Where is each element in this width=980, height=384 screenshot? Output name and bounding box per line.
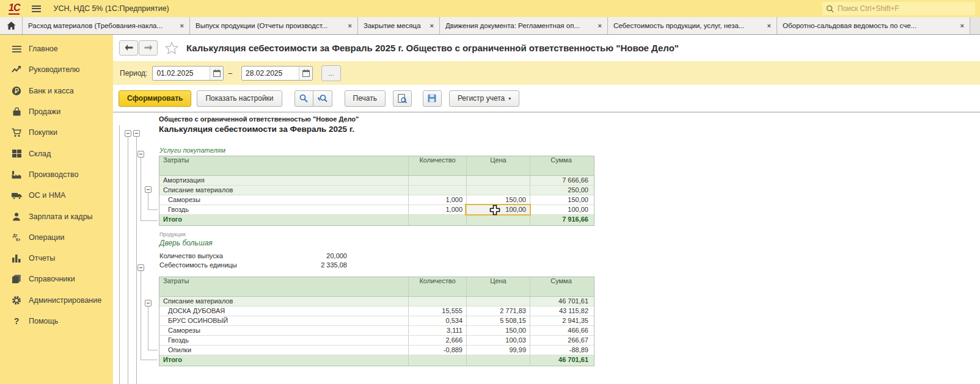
calendar-icon[interactable]	[299, 67, 312, 80]
table-header-row: Затраты Количество Цена Сумма	[159, 156, 594, 176]
table-row[interactable]: Саморезы 1,000 150,00 150,00	[159, 195, 594, 205]
group-tree-line	[148, 306, 148, 350]
trend-icon	[11, 64, 22, 75]
print-button[interactable]: Печать	[345, 90, 386, 107]
ruble-circle-icon	[11, 85, 22, 96]
print-preview-button[interactable]	[393, 90, 412, 107]
table-row[interactable]: Амортизация 7 666,66	[159, 176, 594, 186]
preview-icon	[398, 94, 407, 103]
period-from-field[interactable]	[152, 66, 224, 81]
sidebar-item-administrirovanie[interactable]: Администрирование	[0, 290, 113, 311]
find-button[interactable]	[294, 90, 313, 107]
bag-icon	[11, 106, 22, 117]
sidebar-item-glavnoe[interactable]: Главное	[0, 38, 113, 59]
close-icon[interactable]: ×	[348, 22, 352, 29]
save-button[interactable]	[423, 90, 442, 107]
1c-logo-icon: 1С	[9, 3, 20, 15]
gear-icon	[11, 295, 22, 306]
collapse-group-button[interactable]	[137, 264, 144, 271]
find-next-button[interactable]	[313, 90, 332, 107]
global-search-input[interactable]: Поиск Ctrl+Shift+F	[822, 2, 975, 15]
tab-zakrytie-mesyaca[interactable]: Закрытие месяца ×	[358, 17, 440, 34]
group-tree-line	[141, 158, 141, 220]
sidebar-item-bank-i-kassa[interactable]: Банк и касса	[0, 81, 113, 101]
close-icon[interactable]: ×	[598, 22, 602, 29]
close-icon[interactable]: ×	[430, 22, 434, 29]
group-tree-line	[141, 271, 141, 360]
register-menu-button[interactable]: Регистр учета ▾	[449, 90, 519, 107]
section-services-label: Услуги покупателям	[159, 147, 225, 154]
main-menu-icon[interactable]	[32, 5, 41, 12]
group-tree-line	[136, 137, 137, 384]
report-body: Общество с ограниченной ответственностью…	[113, 113, 980, 384]
tab-sebestoimost[interactable]: Себестоимость продукции, услуг, неза... …	[608, 17, 777, 34]
table-row[interactable]: Гвоздь 1,000 100,00 100,00	[159, 205, 594, 215]
group-tree-line	[128, 137, 128, 384]
factory-icon	[11, 169, 22, 180]
collapse-group-button[interactable]	[145, 300, 152, 306]
close-icon[interactable]: ×	[180, 22, 184, 29]
warehouse-icon	[11, 148, 22, 159]
table-row[interactable]: Опилки -0,889 99,99 -88,89	[159, 346, 594, 355]
sidebar-item-spravochniki[interactable]: Справочники	[0, 269, 113, 289]
period-from-input[interactable]	[153, 69, 210, 78]
table-row[interactable]: Списание материалов 46 701,61	[159, 297, 594, 306]
forward-button[interactable]	[139, 40, 158, 56]
page-title: Калькуляция себестоимости за Февраль 202…	[186, 43, 679, 53]
period-more-button[interactable]: ...	[321, 65, 341, 81]
title-bar: 1С УСН, НДС 5% (1С:Предприятие) Поиск Ct…	[0, 0, 980, 17]
sidebar-item-sklad[interactable]: Склад	[0, 143, 113, 164]
sidebar-item-otchety[interactable]: Отчеты	[0, 248, 113, 269]
table-row[interactable]: Списание материалов 250,00	[159, 186, 594, 195]
tab-osv[interactable]: Оборотно-сальдовая ведомость по сче... ×	[777, 17, 970, 34]
col-sum: Сумма	[530, 156, 592, 175]
sidebar-item-pomosch[interactable]: ? Помощь	[0, 311, 113, 331]
sidebar-item-os-i-nma[interactable]: ОС и НМА	[0, 185, 113, 206]
group-tree-line	[148, 209, 158, 210]
show-settings-button[interactable]: Показать настройки	[197, 90, 282, 107]
table-row[interactable]: Саморезы 3,111 150,00 466,66	[159, 326, 594, 336]
tab-dvizheniya-dokumenta[interactable]: Движения документа: Регламентная оп... ×	[440, 17, 608, 34]
home-button[interactable]	[0, 17, 23, 34]
period-to-input[interactable]	[242, 69, 299, 78]
search-refresh-icon	[318, 94, 327, 103]
sidebar-item-zarplata-i-kadry[interactable]: Зарплата и кадры	[0, 206, 113, 226]
table-total-row[interactable]: Итого 46 701,61	[159, 355, 594, 366]
sidebar-item-operacii[interactable]: ДтКт Операции	[0, 227, 113, 248]
back-button[interactable]	[119, 40, 138, 56]
tab-rashod-materialov[interactable]: Расход материалов (Требования-накла... ×	[23, 17, 190, 34]
home-icon	[7, 21, 16, 30]
col-price: Цена	[466, 156, 530, 175]
col-expense: Затраты	[159, 277, 408, 296]
table-total-row[interactable]: Итого 7 916,66	[159, 215, 594, 225]
calendar-icon[interactable]	[210, 67, 223, 80]
col-sum: Сумма	[530, 277, 592, 296]
collapse-group-button[interactable]	[125, 130, 131, 137]
period-to-field[interactable]	[241, 66, 313, 81]
close-icon[interactable]: ×	[767, 22, 771, 29]
help-icon: ?	[11, 316, 22, 327]
collapse-group-button[interactable]	[133, 130, 140, 137]
table-row[interactable]: БРУС ОСИНОВЫЙ 0,534 5 508,15 2 941,35	[159, 316, 594, 326]
generate-button[interactable]: Сформировать	[119, 90, 191, 107]
close-icon[interactable]: ×	[960, 22, 964, 29]
favorite-star-icon[interactable]	[165, 42, 178, 54]
mouse-cursor-icon	[489, 205, 500, 217]
truck-icon	[11, 190, 22, 201]
table-row[interactable]: Гвоздь 2,666 100,03 266,67	[159, 336, 594, 346]
sidebar-item-rukovoditelyu[interactable]: Руководителю	[0, 59, 113, 80]
sidebar-item-proizvodstvo[interactable]: Производство	[0, 164, 113, 185]
sidebar-item-pokupki[interactable]: Покупки	[0, 122, 113, 143]
collapse-group-button[interactable]	[137, 151, 144, 158]
chevron-down-icon: ▾	[508, 96, 511, 101]
sidebar-item-prodazhi[interactable]: Продажи	[0, 101, 113, 122]
product-cost-table: Затраты Количество Цена Сумма Списание м…	[159, 277, 594, 366]
group-tree-line	[119, 125, 120, 384]
group-tree-line	[141, 360, 158, 360]
collapse-group-button[interactable]	[145, 186, 152, 193]
table-row[interactable]: ДОСКА ДУБОВАЯ 15,555 2 771,83 43 115,82	[159, 306, 594, 316]
tab-vypusk-produkcii[interactable]: Выпуск продукции (Отчеты производст... ×	[190, 17, 358, 34]
bar-chart-icon	[11, 253, 22, 264]
col-qty: Количество	[408, 156, 466, 175]
services-cost-table: Затраты Количество Цена Сумма Амортизаци…	[159, 156, 594, 226]
